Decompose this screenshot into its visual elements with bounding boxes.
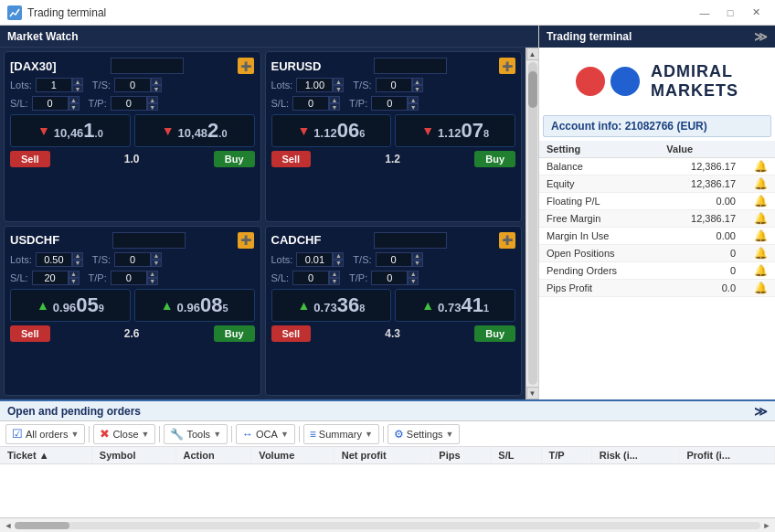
ts-up-usdchf[interactable]: ▲ bbox=[151, 252, 162, 260]
lots-input-usdchf[interactable] bbox=[36, 252, 72, 267]
bell-icon[interactable]: 🔔 bbox=[754, 282, 768, 294]
sl-down-cadchf[interactable]: ▼ bbox=[329, 278, 340, 285]
tp-down-cadchf[interactable]: ▼ bbox=[408, 278, 419, 285]
maximize-button[interactable]: □ bbox=[718, 4, 742, 22]
orders-col-header[interactable]: Net profit bbox=[334, 447, 431, 464]
sl-input-cadchf[interactable] bbox=[292, 271, 329, 285]
lots-up-cadchf[interactable]: ▲ bbox=[333, 252, 344, 260]
sell-button-eurusd[interactable]: Sell bbox=[271, 151, 312, 167]
bell-icon[interactable]: 🔔 bbox=[754, 160, 768, 173]
sell-button-dax30[interactable]: Sell bbox=[10, 151, 50, 167]
buy-button-usdchf[interactable]: Buy bbox=[214, 325, 255, 342]
ts-input-usdchf[interactable] bbox=[114, 252, 151, 267]
sl-input-eurusd[interactable] bbox=[292, 96, 329, 111]
account-row-bell[interactable]: 🔔 bbox=[743, 280, 775, 297]
buy-button-cadchf[interactable]: Buy bbox=[474, 325, 515, 342]
toolbar-tools[interactable]: 🔧 Tools ▼ bbox=[164, 424, 228, 444]
tp-input-usdchf[interactable] bbox=[111, 271, 147, 285]
orders-col-header[interactable]: T/P bbox=[541, 447, 591, 464]
tp-up-dax30[interactable]: ▲ bbox=[147, 96, 158, 103]
bottom-expand-icon[interactable]: ≫ bbox=[754, 404, 768, 419]
toolbar-oca[interactable]: ↔ OCA ▼ bbox=[236, 424, 295, 444]
sl-up-cadchf[interactable]: ▲ bbox=[329, 271, 340, 278]
account-row-bell[interactable]: 🔔 bbox=[743, 245, 775, 262]
bell-icon[interactable]: 🔔 bbox=[754, 177, 768, 190]
sl-up-dax30[interactable]: ▲ bbox=[69, 96, 80, 103]
account-row-bell[interactable]: 🔔 bbox=[743, 228, 775, 245]
bell-icon[interactable]: 🔔 bbox=[754, 229, 768, 242]
ts-down-cadchf[interactable]: ▼ bbox=[412, 260, 423, 267]
toolbar-settings[interactable]: ⚙ Settings ▼ bbox=[388, 424, 461, 444]
account-row-bell[interactable]: 🔔 bbox=[743, 193, 775, 210]
sl-down-eurusd[interactable]: ▼ bbox=[329, 103, 340, 111]
tp-input-dax30[interactable] bbox=[111, 96, 147, 111]
card-usdchf-icon-btn[interactable]: ➕ bbox=[238, 232, 254, 249]
ts-up-cadchf[interactable]: ▲ bbox=[412, 252, 423, 260]
close-button[interactable]: ✕ bbox=[744, 4, 768, 22]
orders-col-header[interactable]: Action bbox=[175, 447, 251, 464]
tp-down-eurusd[interactable]: ▼ bbox=[408, 103, 419, 111]
bell-icon[interactable]: 🔔 bbox=[754, 195, 768, 207]
horizontal-scrollbar[interactable]: ◄ ► bbox=[0, 517, 775, 532]
sl-down-usdchf[interactable]: ▼ bbox=[69, 278, 80, 285]
toolbar-summary[interactable]: ≡ Summary ▼ bbox=[303, 424, 379, 444]
h-scroll-thumb[interactable] bbox=[15, 522, 69, 529]
sl-input-dax30[interactable] bbox=[32, 96, 69, 111]
ts-input-eurusd[interactable] bbox=[376, 78, 412, 92]
account-row-bell[interactable]: 🔔 bbox=[743, 158, 775, 176]
card-dax30-input[interactable] bbox=[111, 58, 184, 74]
h-scroll-left-arrow[interactable]: ◄ bbox=[2, 519, 15, 532]
lots-input-dax30[interactable] bbox=[36, 78, 72, 92]
ts-input-dax30[interactable] bbox=[114, 78, 151, 92]
account-row-bell[interactable]: 🔔 bbox=[743, 176, 775, 193]
lots-input-cadchf[interactable] bbox=[296, 252, 333, 267]
tp-down-usdchf[interactable]: ▼ bbox=[147, 278, 158, 285]
orders-col-header[interactable]: Profit (i... bbox=[679, 447, 775, 464]
ts-input-cadchf[interactable] bbox=[376, 252, 412, 267]
lots-down-cadchf[interactable]: ▼ bbox=[333, 260, 344, 267]
toolbar-close[interactable]: ✖ Close ▼ bbox=[93, 424, 155, 444]
tp-up-usdchf[interactable]: ▲ bbox=[147, 271, 158, 278]
h-scroll-right-arrow[interactable]: ► bbox=[760, 519, 773, 532]
bell-icon[interactable]: 🔔 bbox=[754, 247, 768, 260]
lots-up-dax30[interactable]: ▲ bbox=[72, 78, 83, 85]
toolbar-all-orders[interactable]: ☑ All orders ▼ bbox=[5, 424, 85, 444]
card-eurusd-input[interactable] bbox=[374, 58, 447, 74]
tp-up-eurusd[interactable]: ▲ bbox=[408, 96, 419, 103]
minimize-button[interactable]: — bbox=[693, 4, 717, 22]
card-eurusd-icon-btn[interactable]: ➕ bbox=[499, 58, 515, 74]
sl-up-eurusd[interactable]: ▲ bbox=[329, 96, 340, 103]
ts-up-eurusd[interactable]: ▲ bbox=[412, 78, 423, 85]
sl-up-usdchf[interactable]: ▲ bbox=[69, 271, 80, 278]
h-scroll-track[interactable] bbox=[15, 522, 760, 529]
lots-down-eurusd[interactable]: ▼ bbox=[333, 85, 344, 92]
ts-up-dax30[interactable]: ▲ bbox=[151, 78, 162, 85]
tp-input-eurusd[interactable] bbox=[371, 96, 408, 111]
sell-button-usdchf[interactable]: Sell bbox=[10, 325, 50, 342]
ts-down-eurusd[interactable]: ▼ bbox=[412, 85, 423, 92]
ts-down-dax30[interactable]: ▼ bbox=[151, 85, 162, 92]
tp-input-cadchf[interactable] bbox=[371, 271, 408, 285]
lots-down-dax30[interactable]: ▼ bbox=[72, 85, 83, 92]
card-dax30-icon-btn[interactable]: ➕ bbox=[238, 58, 254, 74]
ts-down-usdchf[interactable]: ▼ bbox=[151, 260, 162, 267]
bell-icon[interactable]: 🔔 bbox=[754, 212, 768, 225]
card-usdchf-input[interactable] bbox=[112, 232, 186, 249]
orders-col-header[interactable]: Risk (i... bbox=[591, 447, 679, 464]
account-row-bell[interactable]: 🔔 bbox=[743, 210, 775, 228]
card-cadchf-input[interactable] bbox=[374, 232, 447, 249]
scroll-down-arrow[interactable]: ▼ bbox=[526, 387, 539, 399]
account-row-bell[interactable]: 🔔 bbox=[743, 262, 775, 280]
scroll-thumb[interactable] bbox=[528, 71, 537, 108]
expand-icon[interactable]: ≫ bbox=[754, 29, 768, 44]
buy-button-eurusd[interactable]: Buy bbox=[474, 151, 515, 167]
lots-up-usdchf[interactable]: ▲ bbox=[72, 252, 83, 260]
scroll-up-arrow[interactable]: ▲ bbox=[526, 48, 539, 60]
card-cadchf-icon-btn[interactable]: ➕ bbox=[499, 232, 515, 249]
orders-col-header[interactable]: S/L bbox=[491, 447, 541, 464]
orders-col-header[interactable]: Ticket ▲ bbox=[0, 447, 91, 464]
tp-up-cadchf[interactable]: ▲ bbox=[408, 271, 419, 278]
orders-col-header[interactable]: Volume bbox=[251, 447, 334, 464]
bell-icon[interactable]: 🔔 bbox=[754, 264, 768, 277]
lots-input-eurusd[interactable] bbox=[296, 78, 333, 92]
